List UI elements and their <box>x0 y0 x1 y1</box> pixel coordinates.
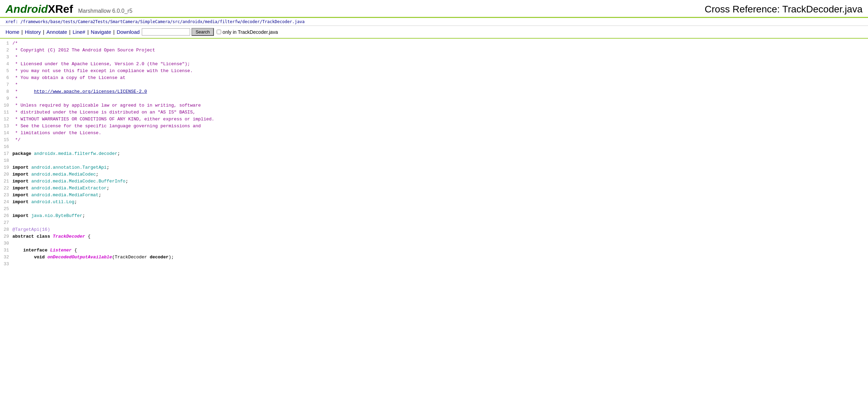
nav-sep-2: | <box>43 29 45 35</box>
table-row: 33 <box>0 261 868 268</box>
table-row: 14 * limitations under the License. <box>0 130 868 137</box>
table-row: 3 * <box>0 54 868 61</box>
nav-sep-5: | <box>113 29 115 35</box>
line-content: * <box>12 54 18 61</box>
line-number: 32 <box>0 254 12 261</box>
table-row: 30 <box>0 240 868 247</box>
nav-home[interactable]: Home <box>6 29 19 35</box>
breadcrumb-text: xref: /frameworks/base/tests/Camera2Test… <box>6 19 305 24</box>
table-row: 8 * http://www.apache.org/licenses/LICEN… <box>0 88 868 95</box>
line-content: abstract class TrackDecoder { <box>12 233 90 240</box>
nav-sep-4: | <box>87 29 89 35</box>
line-content: * you may not use this file except in co… <box>12 68 193 75</box>
line-content: * <box>12 95 18 102</box>
header: AndroidXRef Marshmallow 6.0.0_r5 Cross R… <box>0 0 868 18</box>
table-row: 11 * distributed under the License is di… <box>0 109 868 116</box>
line-number: 5 <box>0 68 12 75</box>
line-number: 7 <box>0 81 12 88</box>
table-row: 20 import android.media.MediaCodec; <box>0 171 868 178</box>
line-number: 25 <box>0 206 12 212</box>
table-row: 10 * Unless required by applicable law o… <box>0 102 868 109</box>
logo: AndroidXRef Marshmallow 6.0.0_r5 <box>6 3 132 16</box>
line-number: 8 <box>0 88 12 95</box>
line-number: 3 <box>0 54 12 61</box>
line-content: * Unless required by applicable law or a… <box>12 102 201 109</box>
table-row: 16 <box>0 143 868 150</box>
line-number: 23 <box>0 192 12 199</box>
table-row: 32 void onDecodedOutputAvailable(TrackDe… <box>0 254 868 261</box>
apache-license-link[interactable]: http://www.apache.org/licenses/LICENSE-2… <box>34 89 147 94</box>
table-row: 4 * Licensed under the Apache License, V… <box>0 61 868 68</box>
only-in-file-label: only in TrackDecoder.java <box>223 29 278 35</box>
line-number: 18 <box>0 157 12 164</box>
table-row: 23 import android.media.MediaFormat; <box>0 192 868 199</box>
nav-linehash[interactable]: Line# <box>72 29 85 35</box>
table-row: 27 <box>0 219 868 226</box>
line-content: import android.media.MediaCodec.BufferIn… <box>12 178 128 185</box>
table-row: 22 import android.media.MediaExtractor; <box>0 185 868 192</box>
code-area: 1 /* 2 * Copyright (C) 2012 The Android … <box>0 39 868 269</box>
nav-navigate[interactable]: Navigate <box>91 29 111 35</box>
table-row: 19 import android.annotation.TargetApi; <box>0 164 868 171</box>
line-number: 6 <box>0 75 12 81</box>
line-content: interface Listener { <box>12 247 77 254</box>
line-number: 30 <box>0 240 12 247</box>
logo-xref: XRef <box>48 3 73 15</box>
line-number: 27 <box>0 219 12 226</box>
table-row: 7 * <box>0 81 868 88</box>
line-number: 9 <box>0 95 12 102</box>
nav-sep-1: | <box>21 29 23 35</box>
nav-download[interactable]: Download <box>117 29 140 35</box>
navbar: Home | History | Annotate | Line# | Navi… <box>0 26 868 39</box>
line-number: 33 <box>0 261 12 268</box>
line-number: 15 <box>0 137 12 143</box>
line-content: * See the License for the specific langu… <box>12 123 201 130</box>
line-number: 1 <box>0 40 12 47</box>
line-content: * WITHOUT WARRANTIES OR CONDITIONS OF AN… <box>12 116 214 123</box>
nav-history[interactable]: History <box>25 29 41 35</box>
table-row: 25 <box>0 206 868 212</box>
line-number: 20 <box>0 171 12 178</box>
table-row: 15 */ <box>0 137 868 143</box>
table-row: 2 * Copyright (C) 2012 The Android Open … <box>0 47 868 54</box>
table-row: 17 package androidx.media.filterfw.decod… <box>0 150 868 157</box>
line-content: void onDecodedOutputAvailable(TrackDecod… <box>12 254 174 261</box>
table-row: 31 interface Listener { <box>0 247 868 254</box>
page-title: Cross Reference: TrackDecoder.java <box>704 4 862 15</box>
table-row: 29 abstract class TrackDecoder { <box>0 233 868 240</box>
line-content: /* <box>12 40 18 47</box>
breadcrumb: xref: /frameworks/base/tests/Camera2Test… <box>0 18 868 26</box>
line-content: import android.media.MediaCodec; <box>12 171 99 178</box>
search-button[interactable]: Search <box>191 28 214 36</box>
line-content: import android.annotation.TargetApi; <box>12 164 109 171</box>
line-content: * http://www.apache.org/licenses/LICENSE… <box>12 88 147 95</box>
line-number: 26 <box>0 212 12 219</box>
table-row: 5 * you may not use this file except in … <box>0 68 868 75</box>
search-input[interactable] <box>142 28 190 36</box>
line-number: 10 <box>0 102 12 109</box>
table-row: 13 * See the License for the specific la… <box>0 123 868 130</box>
line-number: 31 <box>0 247 12 254</box>
line-content: import android.media.MediaFormat; <box>12 192 101 199</box>
table-row: 12 * WITHOUT WARRANTIES OR CONDITIONS OF… <box>0 116 868 123</box>
table-row: 28 @TargetApi(16) <box>0 226 868 233</box>
table-row: 26 import java.nio.ByteBuffer; <box>0 212 868 219</box>
line-number: 4 <box>0 61 12 68</box>
line-number: 2 <box>0 47 12 54</box>
line-content: import java.nio.ByteBuffer; <box>12 212 85 219</box>
line-number: 12 <box>0 116 12 123</box>
line-number: 19 <box>0 164 12 171</box>
nav-sep-3: | <box>69 29 71 35</box>
only-in-file-checkbox[interactable] <box>217 30 221 34</box>
line-number: 13 <box>0 123 12 130</box>
line-content: * You may obtain a copy of the License a… <box>12 75 126 81</box>
line-content: */ <box>12 137 20 143</box>
line-content: * distributed under the License is distr… <box>12 109 196 116</box>
line-content: * Licensed under the Apache License, Ver… <box>12 61 190 68</box>
line-number: 14 <box>0 130 12 137</box>
table-row: 9 * <box>0 95 868 102</box>
nav-annotate[interactable]: Annotate <box>47 29 67 35</box>
line-content: * Copyright (C) 2012 The Android Open So… <box>12 47 155 54</box>
table-row: 6 * You may obtain a copy of the License… <box>0 75 868 81</box>
table-row: 1 /* <box>0 40 868 47</box>
